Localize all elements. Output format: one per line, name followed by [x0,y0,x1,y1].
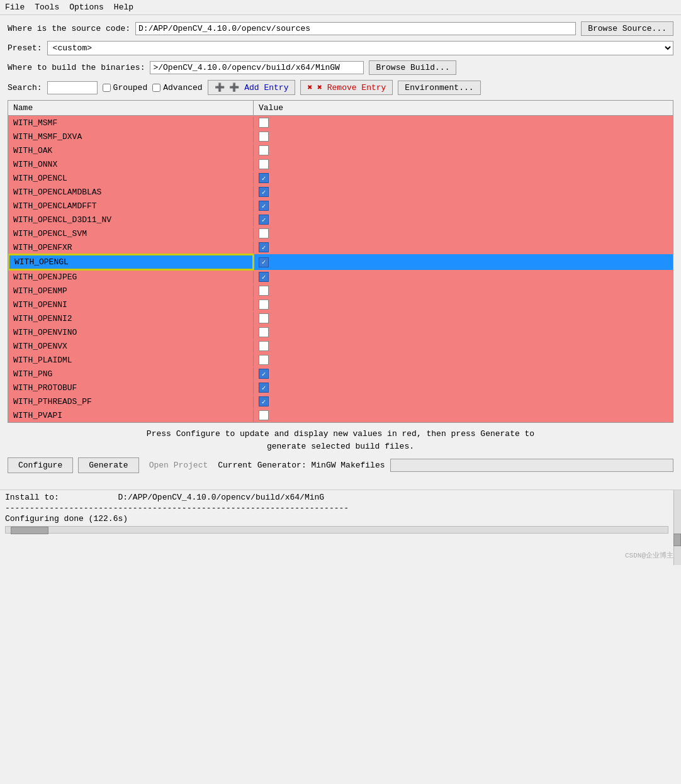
checkbox-with_msmf[interactable] [259,118,269,128]
table-row[interactable]: WITH_PROTOBUF [8,381,673,395]
row-value-with_openni [254,298,673,311]
row-name-with_opengl: WITH_OPENGL [8,254,254,270]
row-value-with_openmp [254,284,673,298]
table-row[interactable]: WITH_OPENNI2 [8,311,673,325]
checkbox-with_openvino[interactable] [259,327,269,337]
open-project-button[interactable]: Open Project [144,458,213,473]
row-name-with_msmf: WITH_MSMF [8,116,254,130]
row-value-with_onnx [254,157,673,171]
header-name: Name [8,101,254,115]
table-row[interactable]: WITH_OPENNI [8,298,673,311]
log-done: Configuring done (122.6s) [5,514,668,524]
table-row[interactable]: WITH_OPENFXR [8,240,673,254]
table-row[interactable]: WITH_MSMF [8,116,673,130]
add-entry-label: ➕ Add Entry [229,83,288,92]
preset-row: Preset: <custom> [8,41,673,55]
table-row[interactable]: WITH_OPENCL [8,171,673,185]
menu-tools[interactable]: Tools [35,3,59,12]
checkbox-with_openclamdblas[interactable] [259,187,269,197]
horizontal-scrollbar[interactable] [5,526,668,534]
checkbox-with_openjpeg[interactable] [259,272,269,282]
source-row: Where is the source code: Browse Source.… [8,21,673,36]
table-row[interactable]: WITH_OAK [8,143,673,157]
menu-file[interactable]: File [5,3,25,12]
add-entry-button[interactable]: ➕ ➕ Add Entry [208,80,296,95]
build-path-input[interactable] [150,61,364,74]
table-row[interactable]: WITH_OPENCLAMDFFT [8,199,673,213]
checkbox-with_pthreads_pf[interactable] [259,396,269,406]
row-value-with_openjpeg [254,270,673,284]
environment-button[interactable]: Environment... [398,81,480,95]
checkbox-with_oak[interactable] [259,145,269,155]
table-row[interactable]: WITH_OPENCLAMDBLAS [8,185,673,199]
generator-input[interactable] [390,459,673,472]
build-row: Where to build the binaries: Browse Buil… [8,60,673,75]
checkbox-with_pvapi[interactable] [259,410,269,420]
log-vertical-scrollbar[interactable] [673,490,681,565]
table-row[interactable]: WITH_PNG [8,367,673,381]
menu-help[interactable]: Help [114,3,133,12]
table-row[interactable]: WITH_OPENCL_SVM [8,227,673,240]
row-name-with_openvino: WITH_OPENVINO [8,326,254,339]
source-path-input[interactable] [135,22,576,35]
horizontal-scroll-thumb[interactable] [11,527,48,534]
menu-options[interactable]: Options [69,3,104,12]
table-row[interactable]: WITH_PVAPI [8,408,673,422]
row-value-with_pvapi [254,408,673,422]
table-row[interactable]: WITH_MSMF_DXVA [8,130,673,143]
menubar: File Tools Options Help [0,0,681,15]
row-name-with_protobuf: WITH_PROTOBUF [8,381,254,395]
row-value-with_plaidml [254,353,673,367]
checkbox-with_msmf_dxva[interactable] [259,132,269,142]
table-row[interactable]: WITH_ONNX [8,157,673,171]
row-value-with_opencl_svm [254,227,673,240]
generate-button[interactable]: Generate [78,457,138,473]
row-value-with_msmf [254,116,673,130]
table-row[interactable]: WITH_PLAIDML [8,353,673,367]
checkbox-with_opencl_svm[interactable] [259,228,269,238]
header-value: Value [254,101,673,115]
preset-select[interactable]: <custom> [47,41,673,55]
row-name-with_plaidml: WITH_PLAIDML [8,354,254,367]
configure-button[interactable]: Configure [8,457,73,473]
checkbox-with_openfxr[interactable] [259,242,269,252]
checkbox-with_openni2[interactable] [259,313,269,323]
table-body: WITH_MSMFWITH_MSMF_DXVAWITH_OAKWITH_ONNX… [8,116,673,422]
checkbox-with_opengl[interactable] [259,257,269,267]
row-name-with_opencl_svm: WITH_OPENCL_SVM [8,227,254,240]
row-value-with_openclamdfft [254,199,673,213]
grouped-checkbox[interactable] [103,84,111,92]
table-row[interactable]: WITH_OPENVX [8,339,673,353]
table-row[interactable]: WITH_OPENJPEG [8,270,673,284]
checkbox-with_openvx[interactable] [259,341,269,351]
checkbox-with_protobuf[interactable] [259,383,269,393]
checkbox-with_openclamdfft[interactable] [259,201,269,211]
remove-entry-label: ✖ Remove Entry [317,83,386,92]
table-row[interactable]: WITH_PTHREADS_PF [8,395,673,408]
grouped-checkbox-label[interactable]: Grouped [103,83,148,92]
remove-entry-button[interactable]: ✖ ✖ Remove Entry [300,80,393,95]
row-name-with_opencl_d3d11_nv: WITH_OPENCL_D3D11_NV [8,213,254,227]
advanced-checkbox-label[interactable]: Advanced [152,83,202,92]
checkbox-with_opencl_d3d11_nv[interactable] [259,215,269,225]
row-value-with_msmf_dxva [254,130,673,143]
browse-source-button[interactable]: Browse Source... [581,21,673,36]
table-row[interactable]: WITH_OPENMP [8,284,673,298]
checkbox-with_onnx[interactable] [259,159,269,169]
checkbox-with_plaidml[interactable] [259,355,269,365]
status-line2: generate selected build files. [8,440,673,453]
table-row[interactable]: WITH_OPENCL_D3D11_NV [8,213,673,227]
log-scroll-thumb[interactable] [673,534,681,546]
row-name-with_pthreads_pf: WITH_PTHREADS_PF [8,395,254,408]
checkbox-with_openni[interactable] [259,300,269,310]
checkbox-with_opencl[interactable] [259,173,269,183]
advanced-checkbox[interactable] [152,84,160,92]
checkbox-with_png[interactable] [259,369,269,379]
table-row[interactable]: WITH_OPENVINO [8,325,673,339]
table-row[interactable]: WITH_OPENGL [8,254,673,270]
checkbox-with_openmp[interactable] [259,286,269,296]
search-input[interactable] [47,81,98,94]
browse-build-button[interactable]: Browse Build... [369,60,456,75]
row-name-with_oak: WITH_OAK [8,144,254,157]
build-label: Where to build the binaries: [8,63,145,72]
